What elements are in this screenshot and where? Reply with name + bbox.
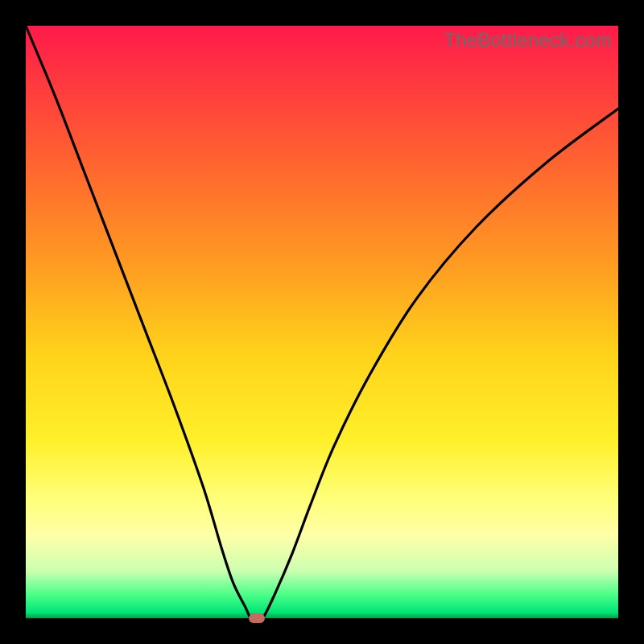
plot-area: TheBottleneck.com bbox=[26, 26, 618, 618]
optimum-marker bbox=[249, 613, 265, 623]
chart-frame: TheBottleneck.com bbox=[0, 0, 644, 644]
bottleneck-curve bbox=[26, 26, 618, 618]
curve-path bbox=[26, 26, 618, 620]
